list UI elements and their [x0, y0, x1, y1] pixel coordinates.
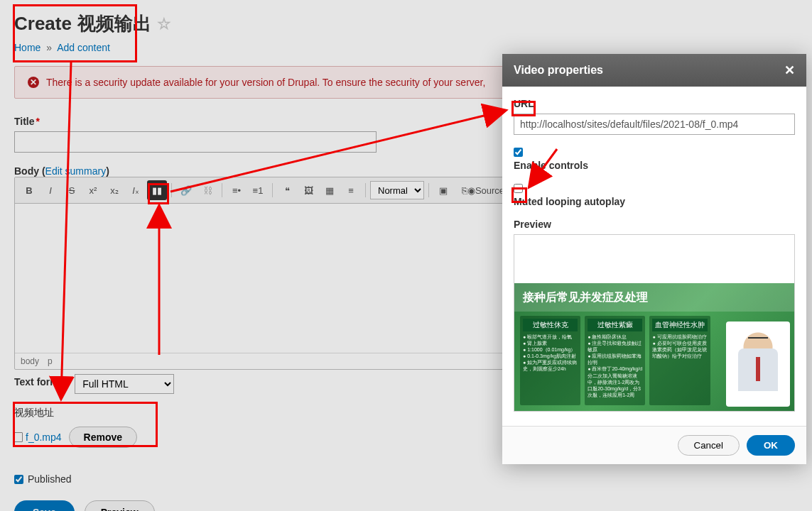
video-title: 接种后常见并发症及处理: [514, 283, 794, 312]
save-button[interactable]: Save: [14, 500, 75, 511]
number-list-button[interactable]: ≡1: [248, 180, 268, 200]
close-icon[interactable]: ✕: [784, 62, 795, 78]
subscript-button[interactable]: x₂: [104, 180, 124, 200]
video-button[interactable]: ▮▮: [147, 180, 167, 200]
remove-button[interactable]: Remove: [69, 427, 137, 448]
presenter-figure: [726, 322, 790, 407]
title-input[interactable]: [14, 131, 377, 153]
superscript-button[interactable]: x²: [83, 180, 103, 200]
preview-button[interactable]: Preview: [85, 500, 155, 511]
image-button[interactable]: 🖼: [298, 180, 318, 200]
video-preview-box: 接种后常见并发症及处理 过敏性休克● 喉部气道开放，给氧● 肾上腺素● 1:10…: [514, 234, 795, 412]
text-format-select[interactable]: Full HTML: [75, 374, 174, 394]
url-label: URL: [514, 98, 795, 109]
alert-text: There is a security update available for…: [46, 77, 485, 88]
file-name: f_0.mp4: [26, 432, 62, 443]
error-icon: ✕: [28, 77, 39, 88]
action-buttons: Save Preview: [14, 500, 798, 511]
muted-loop-label: Muted looping autoplay: [514, 196, 625, 207]
title-suffix: 视频输出: [77, 11, 151, 36]
dialog-header: Video properties ✕: [502, 54, 806, 87]
strike-button[interactable]: S: [62, 180, 82, 200]
toolbar-separator: [428, 183, 429, 197]
bold-button[interactable]: B: [19, 180, 39, 200]
enable-controls-row: Enable controls: [514, 148, 795, 171]
video-properties-dialog: Video properties ✕ URL Enable controls M…: [502, 54, 806, 464]
text-format-label: Text format: [14, 376, 67, 388]
cancel-button[interactable]: Cancel: [678, 435, 740, 456]
link-button[interactable]: 🔗: [176, 180, 196, 200]
file-link[interactable]: f_0.mp4: [14, 432, 62, 443]
unlink-button[interactable]: ⛓: [197, 180, 217, 200]
breadcrumb: Home » Add content: [14, 42, 798, 53]
published-checkbox[interactable]: [14, 475, 23, 484]
remove-format-button[interactable]: Iₓ: [126, 180, 146, 200]
breadcrumb-add-content[interactable]: Add content: [57, 42, 110, 53]
muted-loop-checkbox[interactable]: [514, 184, 523, 193]
bullet-list-button[interactable]: ≡•: [227, 180, 247, 200]
align-button[interactable]: ≡: [341, 180, 361, 200]
enable-controls-checkbox[interactable]: [514, 148, 523, 157]
italic-button[interactable]: I: [40, 180, 60, 200]
title-label: Title*: [14, 116, 40, 127]
toolbar-separator: [272, 183, 273, 197]
star-icon[interactable]: ☆: [157, 15, 171, 33]
footer-path-body[interactable]: body: [21, 356, 39, 366]
preview-label: Preview: [514, 219, 795, 230]
file-icon: [14, 432, 23, 442]
toolbar-separator: [222, 183, 222, 197]
body-label: Body (Edit summary): [14, 165, 109, 177]
breadcrumb-separator: »: [46, 42, 52, 53]
source-button[interactable]: ◉ Source: [476, 180, 496, 200]
breadcrumb-home[interactable]: Home: [14, 42, 40, 53]
toolbar-separator: [365, 183, 366, 197]
video-thumbnail[interactable]: 接种后常见并发症及处理 过敏性休克● 喉部气道开放，给氧● 肾上腺素● 1:10…: [514, 283, 794, 411]
table-button[interactable]: ▦: [320, 180, 340, 200]
enable-controls-label: Enable controls: [514, 160, 588, 171]
format-dropdown[interactable]: Normal: [370, 181, 424, 199]
quote-button[interactable]: ❝: [277, 180, 297, 200]
edit-summary-link[interactable]: Edit summary: [45, 165, 107, 177]
ok-button[interactable]: OK: [747, 435, 795, 456]
published-label: Published: [28, 473, 72, 485]
footer-path-p[interactable]: p: [48, 356, 53, 366]
published-row: Published: [14, 473, 798, 485]
title-prefix: Create: [14, 13, 72, 35]
dialog-footer: Cancel OK: [502, 426, 806, 464]
dialog-title: Video properties: [514, 64, 603, 77]
toolbar-separator: [171, 183, 172, 197]
url-input[interactable]: [514, 114, 795, 135]
muted-loop-row: Muted looping autoplay: [514, 184, 795, 207]
dialog-body: URL Enable controls Muted looping autopl…: [502, 87, 806, 426]
page-title: Create 视频输出 ☆: [14, 11, 798, 36]
special-char-button[interactable]: ▣: [433, 180, 453, 200]
